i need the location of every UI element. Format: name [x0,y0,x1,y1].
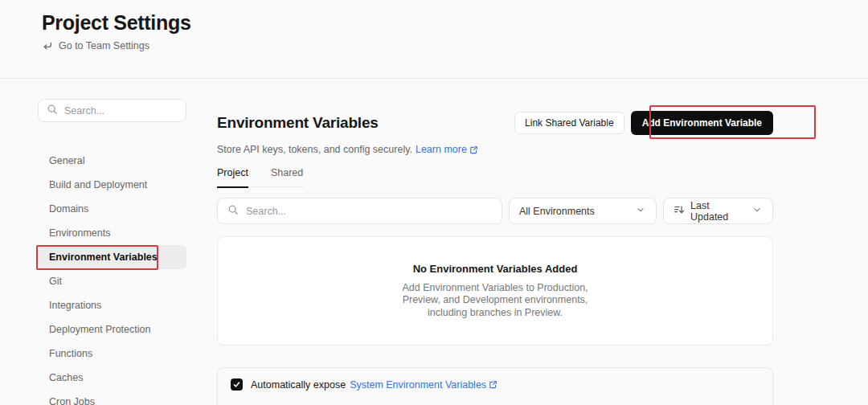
tab-project[interactable]: Project [217,167,248,186]
chevron-down-icon [635,204,646,218]
sort-select[interactable]: Last Updated [663,198,773,224]
sidebar-item-functions[interactable]: Functions [38,342,186,366]
empty-state-card: No Environment Variables Added Add Envir… [217,236,773,346]
sidebar-item-environments[interactable]: Environments [38,221,186,245]
page-title: Project Settings [42,11,191,35]
sidebar-item-integrations[interactable]: Integrations [38,293,186,317]
sidebar-item-general[interactable]: General [38,149,186,173]
sidebar-item-git[interactable]: Git [38,269,186,293]
chevron-down-icon [751,204,763,218]
sidebar-search-input[interactable] [64,105,178,117]
sidebar-item-environment-variables[interactable]: Environment Variables [38,245,186,269]
section-subtitle: Store API keys, tokens, and config secur… [217,144,773,155]
empty-state-line-3: including branches in Preview. [402,307,588,320]
back-link-label: Go to Team Settings [59,40,149,51]
sidebar-item-deployment-protection[interactable]: Deployment Protection [38,317,186,342]
search-icon [47,104,58,118]
main-content: Environment Variables Link Shared Variab… [217,111,773,405]
sidebar-nav: General Build and Deployment Domains Env… [38,149,186,405]
tab-shared[interactable]: Shared [271,167,303,186]
search-icon [227,204,239,219]
sort-icon [674,204,685,218]
sidebar-item-cron-jobs[interactable]: Cron Jobs [38,390,186,405]
environment-filter-select[interactable]: All Environments [509,198,657,224]
system-env-card: Automatically expose System Environment … [217,367,773,405]
external-link-icon [489,380,497,389]
external-link-icon [469,145,478,154]
project-settings-page: Project Settings Go to Team Settings [0,0,868,405]
variables-search-input[interactable] [246,206,492,217]
learn-more-label: Learn more [416,144,467,155]
variables-search[interactable] [217,198,502,224]
section-title: Environment Variables [217,114,379,132]
back-to-team-settings-link[interactable]: Go to Team Settings [42,40,191,51]
header-divider [0,78,868,79]
expose-system-env-label: Automatically expose [251,379,346,391]
settings-sidebar: General Build and Deployment Domains Env… [38,99,186,405]
return-arrow-icon [42,40,53,51]
empty-state-title: No Environment Variables Added [413,263,578,275]
empty-state-line-2: Preview, and Development environments, [402,294,588,307]
scope-tabs: Project Shared [217,167,305,187]
sort-value: Last Updated [690,200,746,223]
sidebar-item-domains[interactable]: Domains [38,197,186,221]
section-title-row: Environment Variables Link Shared Variab… [217,111,773,135]
learn-more-link[interactable]: Learn more [416,144,478,155]
sidebar-item-build-and-deployment[interactable]: Build and Deployment [38,173,186,197]
system-env-variables-link[interactable]: System Environment Variables [350,379,497,391]
subtitle-text: Store API keys, tokens, and config secur… [217,144,412,155]
filter-row: All Environments Las [217,198,773,224]
sidebar-item-caches[interactable]: Caches [38,366,186,390]
expose-system-env-checkbox[interactable] [231,378,243,391]
add-environment-variable-button[interactable]: Add Environment Variable [631,111,773,135]
system-env-link-label: System Environment Variables [350,379,486,391]
empty-state-description: Add Environment Variables to Production,… [402,282,588,320]
environment-filter-value: All Environments [519,206,635,217]
empty-state-line-1: Add Environment Variables to Production, [402,282,588,295]
system-env-row: Automatically expose System Environment … [231,378,497,391]
header-actions: Link Shared Variable Add Environment Var… [514,111,773,135]
link-shared-variable-button[interactable]: Link Shared Variable [514,112,624,134]
page-header: Project Settings Go to Team Settings [42,11,191,51]
sidebar-search[interactable] [38,99,186,122]
